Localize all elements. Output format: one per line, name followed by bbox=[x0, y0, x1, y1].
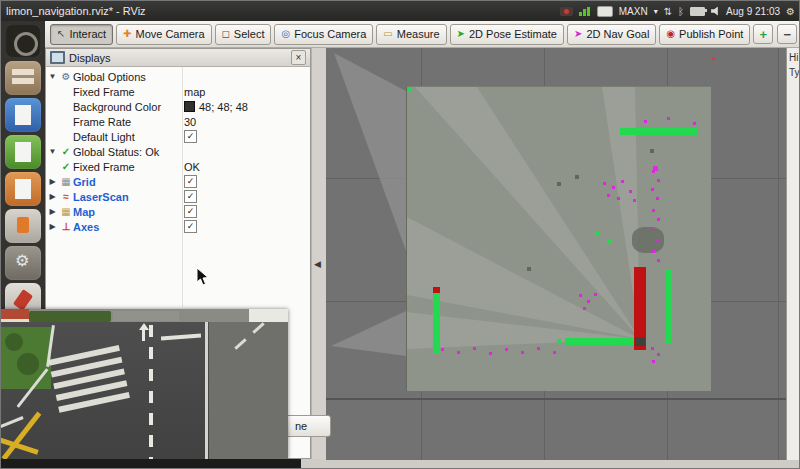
launcher-impress-icon[interactable] bbox=[5, 172, 41, 206]
background-color-value[interactable]: 48; 48; 48 bbox=[184, 101, 248, 113]
laser-point bbox=[607, 240, 611, 244]
move-camera-label: Move Camera bbox=[135, 28, 204, 40]
row-label: Fixed Frame bbox=[73, 161, 135, 173]
row-label: Frame Rate bbox=[73, 116, 131, 128]
network-icon[interactable]: ⇅ bbox=[664, 6, 672, 17]
laserscan-enabled-checkbox[interactable]: ✓ bbox=[184, 190, 197, 203]
scene-buildings bbox=[113, 311, 179, 321]
nav-goal-tool-button[interactable]: ➤ 2D Nav Goal bbox=[567, 24, 656, 45]
axes-enabled-checkbox[interactable]: ✓ bbox=[184, 220, 197, 233]
chevron-down-icon: ▾ bbox=[654, 7, 658, 16]
add-tool-button[interactable]: + bbox=[753, 24, 773, 44]
status-ok-check-icon: ✓ bbox=[59, 146, 73, 157]
partial-button-label: ne bbox=[295, 420, 307, 432]
expander-closed-icon[interactable]: ▶ bbox=[46, 177, 59, 186]
map-dark-dot bbox=[650, 149, 654, 153]
tree-row-background-color[interactable]: Background Color 48; 48; 48 bbox=[46, 99, 310, 114]
tree-row-frame-rate[interactable]: Frame Rate 30 bbox=[46, 114, 310, 129]
measure-tool-button[interactable]: ▭ Measure bbox=[376, 24, 446, 45]
plus-icon: + bbox=[760, 27, 768, 42]
tree-row-global-status[interactable]: ▼ ✓ Global Status: Ok bbox=[46, 144, 310, 159]
keyboard-indicator-icon[interactable] bbox=[597, 6, 613, 17]
scene-tree bbox=[5, 333, 23, 351]
launcher-calc-icon[interactable] bbox=[5, 135, 41, 169]
expander-open-icon[interactable]: ▼ bbox=[46, 72, 59, 81]
launcher-files-icon[interactable] bbox=[5, 61, 41, 95]
tree-row-map[interactable]: ▶ ▦ Map ✓ bbox=[46, 204, 310, 219]
laser-point bbox=[557, 339, 561, 343]
window-title: limon_navigation.rviz* - RViz bbox=[6, 5, 146, 17]
clock-label[interactable]: Aug 9 21:03 bbox=[726, 6, 780, 17]
laser-point bbox=[594, 293, 597, 296]
tree-row-axes[interactable]: ▶ ⊥ Axes ✓ bbox=[46, 219, 310, 234]
launcher-settings-icon[interactable] bbox=[5, 246, 41, 280]
power-mode-label[interactable]: MAXN bbox=[619, 6, 648, 17]
volume-icon[interactable] bbox=[711, 7, 720, 16]
laser-point bbox=[656, 197, 659, 200]
laser-point bbox=[712, 57, 715, 60]
launcher-software-icon[interactable] bbox=[5, 209, 41, 243]
nav-goal-label: 2D Nav Goal bbox=[586, 28, 649, 40]
fixed-frame-status-value: OK bbox=[184, 161, 200, 173]
frame-rate-value[interactable]: 30 bbox=[184, 116, 196, 128]
tree-row-global-options[interactable]: ▼ ⚙ Global Options bbox=[46, 69, 310, 84]
interact-tool-button[interactable]: ↖ Interact bbox=[50, 24, 113, 45]
battery-icon[interactable] bbox=[690, 7, 705, 16]
map-enabled-checkbox[interactable]: ✓ bbox=[184, 205, 197, 218]
camera-indicator-icon[interactable] bbox=[560, 7, 573, 16]
pose-estimate-arrow-icon: ➤ bbox=[457, 29, 465, 39]
fixed-frame-value[interactable]: map bbox=[184, 86, 205, 98]
default-light-checkbox[interactable]: ✓ bbox=[184, 130, 197, 143]
collapse-left-icon[interactable]: ◀ bbox=[314, 259, 321, 269]
expander-closed-icon[interactable]: ▶ bbox=[46, 222, 59, 231]
laser-point bbox=[607, 194, 610, 197]
laserscan-display-icon: ≈ bbox=[59, 191, 73, 202]
laser-point bbox=[657, 353, 660, 356]
map-dark-dot bbox=[557, 182, 561, 186]
laser-segment-green bbox=[565, 338, 643, 345]
expander-closed-icon[interactable]: ▶ bbox=[46, 192, 59, 201]
displays-panel-header[interactable]: Displays × bbox=[46, 49, 310, 67]
bluetooth-icon[interactable]: ᛒ bbox=[678, 6, 684, 17]
tree-row-laserscan[interactable]: ▶ ≈ LaserScan ✓ bbox=[46, 189, 310, 204]
scene-sidewalk bbox=[209, 322, 288, 459]
publish-point-tool-button[interactable]: ◉ Publish Point bbox=[659, 24, 750, 45]
grid-line bbox=[326, 398, 786, 400]
move-camera-tool-button[interactable]: ✚ Move Camera bbox=[116, 24, 211, 45]
laser-point bbox=[457, 351, 460, 354]
panel-splitter[interactable]: ◀ bbox=[311, 48, 326, 459]
session-gear-icon[interactable]: ⚙ bbox=[786, 6, 795, 17]
select-icon: ◻ bbox=[222, 29, 230, 39]
tree-row-fixed-frame-status[interactable]: ✓ Fixed Frame OK bbox=[46, 159, 310, 174]
focus-camera-tool-button[interactable]: ◎ Focus Camera bbox=[274, 24, 373, 45]
robot-footprint bbox=[635, 337, 645, 346]
laser-point bbox=[621, 180, 624, 183]
tree-row-grid[interactable]: ▶ ▦ Grid ✓ bbox=[46, 174, 310, 189]
displays-panel-icon bbox=[50, 51, 65, 64]
laser-point bbox=[667, 117, 670, 120]
scene-lane-line-right bbox=[205, 322, 208, 459]
launcher-writer-icon[interactable] bbox=[5, 98, 41, 132]
select-tool-button[interactable]: ◻ Select bbox=[215, 24, 272, 45]
laser-point bbox=[629, 190, 632, 193]
right-dock-sliver: Hi Ty bbox=[786, 48, 800, 460]
laser-point bbox=[644, 120, 647, 123]
remove-tool-button[interactable]: − bbox=[777, 24, 797, 44]
interact-icon: ↖ bbox=[57, 29, 65, 39]
displays-panel-title: Displays bbox=[69, 52, 111, 64]
close-icon[interactable]: × bbox=[291, 50, 306, 65]
mouse-cursor-icon bbox=[196, 267, 209, 286]
property-column-divider[interactable] bbox=[182, 67, 183, 307]
expander-open-icon[interactable]: ▼ bbox=[46, 147, 59, 156]
expander-closed-icon[interactable]: ▶ bbox=[46, 207, 59, 216]
gpu-meter-icon[interactable] bbox=[579, 7, 591, 16]
launcher-dash-icon[interactable] bbox=[5, 24, 41, 58]
scene-center-dashed-line bbox=[149, 325, 153, 459]
laser-point bbox=[505, 348, 508, 351]
tree-row-fixed-frame[interactable]: Fixed Frame map bbox=[46, 84, 310, 99]
pose-estimate-tool-button[interactable]: ➤ 2D Pose Estimate bbox=[450, 24, 564, 45]
render-view-3d[interactable] bbox=[326, 48, 786, 460]
toolbar-right-group: + − bbox=[753, 24, 800, 44]
grid-enabled-checkbox[interactable]: ✓ bbox=[184, 175, 197, 188]
tree-row-default-light[interactable]: Default Light ✓ bbox=[46, 129, 310, 144]
